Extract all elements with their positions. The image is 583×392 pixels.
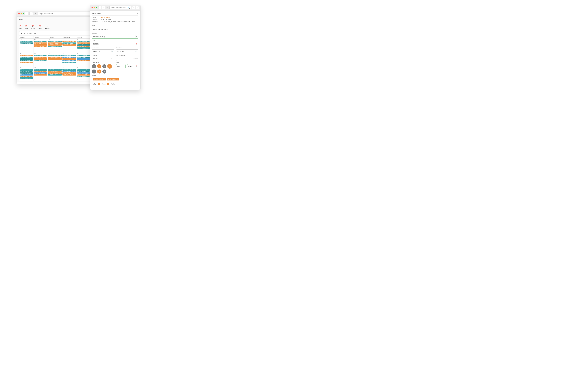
- calendar-event[interactable]: 9:00 AMWindows cl…⟳: [20, 42, 33, 44]
- calendar-event[interactable]: 7:00 AMEveryday S…⟳: [63, 55, 76, 56]
- calendar-event[interactable]: 7:00 AMSupplies deliv…⟳: [63, 41, 76, 42]
- day-cell[interactable]: 107:00 AMEveryday S…⟳9:00 AMNeed Suga…⟳2…: [48, 38, 62, 53]
- day-cell[interactable]: 267:00 AMEveryday S…⟳9:00 AMWindows cl…⟳…: [76, 67, 91, 81]
- calendar-event[interactable]: 7:00 AMEveryday S…⟳: [63, 69, 76, 70]
- calendar-event[interactable]: 7:00 PMRemove snow…⟳: [63, 60, 76, 61]
- day-cell[interactable]: 257:00 AMEveryday S…⟳9:00 AMRemove sn…⟳1…: [62, 67, 76, 81]
- day-cell[interactable]: 117:00 AMSupplies deliv…⟳9:00 AMEveryday…: [62, 38, 76, 53]
- calendar-event[interactable]: 10:00 AMSugar tubes (…⟳: [34, 44, 48, 46]
- calendar-event[interactable]: 2:00 PMNeed 2000 …⟳: [63, 74, 76, 76]
- calendar-event[interactable]: 9:00 AMNeed Suga…⟳: [48, 71, 62, 72]
- minimize-dot-icon[interactable]: [21, 13, 22, 14]
- day-cell[interactable]: 247:00 AMEveryday S…⟳9:00 AMNeed Suga…⟳2…: [48, 67, 62, 81]
- calendar-event[interactable]: 9:00 AMRemove sn…⟳: [20, 74, 33, 76]
- day-toggle[interactable]: W: [108, 64, 112, 68]
- calendar-event[interactable]: 9:00 AMWindows cl…⟳: [20, 60, 33, 61]
- calendar-event[interactable]: 7:00 AMEveryday S…⟳: [48, 69, 62, 70]
- calendar-event[interactable]: 2:00 PMNeed 2000 …⟳: [48, 72, 62, 74]
- calendar-event[interactable]: 9:00 AMCups and S…⟳: [34, 71, 48, 72]
- calendar-event[interactable]: 9:00 AMWindows cl…⟳: [77, 57, 90, 58]
- calendar-icon[interactable]: 📅: [135, 42, 138, 46]
- step-down-icon[interactable]: ▾: [130, 57, 132, 59]
- calendar-event[interactable]: 2:00 PMNeed 2000 …⟳: [48, 58, 62, 60]
- calendar-event[interactable]: 8:00 PMWaste Rem…⟳: [77, 76, 90, 77]
- day-cell[interactable]: 167:00 AMEveryday S…⟳9:00 AMCups and S…⟳…: [34, 53, 48, 67]
- maximize-dot-icon[interactable]: [23, 13, 24, 14]
- step-up-icon[interactable]: ▴: [130, 59, 132, 60]
- minimize-dot-icon[interactable]: [94, 7, 95, 8]
- calendar-event[interactable]: 7:00 AMEveryday S…⟳: [20, 69, 33, 70]
- day-cell[interactable]: 127:00 AMEveryday S…⟳8:00 AMWhite Lids F…: [76, 38, 91, 53]
- calendar-event[interactable]: 10:00 AMStraws (x6…⟳: [34, 74, 48, 76]
- repeat-every-stepper[interactable]: 1 ▾▴: [116, 57, 132, 61]
- close-dot-icon[interactable]: [18, 13, 20, 14]
- calendar-event[interactable]: 10:00 AMRemove sn…⟳: [77, 58, 90, 60]
- calendar-event[interactable]: 8:00 AMWhite Lids Fo…⟳: [77, 42, 90, 44]
- calendar-event[interactable]: 2:00 PMNeed 2000 …⟳: [77, 74, 90, 76]
- tab-week[interactable]: 📅Week: [25, 25, 28, 29]
- calendar-event[interactable]: 9:00 AMRemove sn…⟳: [77, 72, 90, 74]
- calendar-event[interactable]: 7:00 AMEveryday S…⟳: [48, 55, 62, 56]
- menu-button[interactable]: ≡: [136, 6, 139, 9]
- tab-agenda[interactable]: 📅Agenda: [38, 25, 42, 29]
- team-input[interactable]: Amelia Lavoie×Oliver Wilson×: [92, 77, 138, 81]
- new-tab-button[interactable]: +: [34, 12, 37, 15]
- next-month-button[interactable]: ▶: [24, 33, 25, 34]
- calendar-event[interactable]: 2:00 PMNeed 2000 …⟳: [34, 46, 48, 47]
- day-toggle[interactable]: T: [92, 70, 96, 74]
- team-tag[interactable]: Oliver Wilson×: [107, 78, 119, 80]
- service-select[interactable]: Window Cleaning ▾: [92, 35, 138, 38]
- calendar-event[interactable]: 7:00 AMRemove sn…⟳: [63, 57, 76, 58]
- day-toggle[interactable]: S: [102, 70, 106, 74]
- calendar-event[interactable]: 8:00 AMCafe Deep …⟳: [20, 58, 33, 60]
- calendar-event[interactable]: 2:00 PMNeed 2000 …⟳: [77, 60, 90, 61]
- calendar-event[interactable]: 8:00 PMWaste Rem…⟳: [63, 62, 76, 63]
- calendar-event[interactable]: 7:00 AMEveryday S…⟳: [48, 41, 62, 42]
- calendar-event[interactable]: 9:00 AMNeed 2000 …⟳: [63, 44, 76, 46]
- day-cell[interactable]: 097:00 AMEveryday S…⟳9:00 AMCups and S…⟳…: [34, 38, 48, 53]
- forward-button[interactable]: ›: [30, 12, 33, 15]
- end-date-input[interactable]: 2/24/2… 📅: [127, 64, 138, 68]
- title-input[interactable]: [92, 27, 138, 31]
- calendar-event[interactable]: 11:00 AMNeed 2000 …⟳: [63, 58, 76, 60]
- start-time-input[interactable]: 09:00 AM 🕘: [92, 50, 114, 53]
- day-toggle[interactable]: S: [92, 64, 96, 68]
- calendar-event[interactable]: 8:00 AMCafe Deep …⟳: [20, 71, 33, 72]
- calendar-event[interactable]: 9:00 AMCups and S…⟳: [34, 57, 48, 58]
- calendar-event[interactable]: 9:00 AMCups and S…⟳: [34, 42, 48, 44]
- tab-day[interactable]: 📅Day: [19, 25, 22, 29]
- chevron-down-icon[interactable]: ▼: [38, 33, 39, 34]
- calendar-event[interactable]: 9:00 AMEveryday S…⟳: [63, 42, 76, 44]
- close-dot-icon[interactable]: [92, 7, 93, 8]
- calendar-event[interactable]: 8:00 PMWaste Rem…⟳: [48, 46, 62, 47]
- day-cell[interactable]: 187:00 AMEveryday S…⟳7:00 AMRemove sn…⟳1…: [62, 53, 76, 67]
- day-toggle[interactable]: M: [97, 64, 101, 68]
- date-input[interactable]: 1/18/2023: [92, 42, 135, 46]
- day-cell[interactable]: 157:00 AMCreamer test; …⟳7:00 AMEveryday…: [19, 53, 34, 67]
- day-toggle[interactable]: F: [97, 70, 101, 74]
- back-button[interactable]: ‹: [98, 6, 101, 9]
- url-bar[interactable]: https://servicedeck.io/ 🔍: [110, 6, 132, 9]
- forward-button[interactable]: ›: [102, 6, 105, 9]
- favorite-button[interactable]: ☆: [132, 6, 135, 9]
- tab-month[interactable]: 📅Month: [31, 25, 35, 29]
- calendar-event[interactable]: 7:00 AMEveryday S…⟳: [34, 69, 48, 70]
- calendar-event[interactable]: 7:00 AMEveryday S…⟳: [20, 57, 33, 58]
- calendar-event[interactable]: 9:00 AMNeed Suga…⟳: [48, 42, 62, 44]
- remove-tag-icon[interactable]: ×: [104, 78, 105, 80]
- calendar-event[interactable]: 9:00 AMWindows cl…⟳: [77, 71, 90, 72]
- calendar-event[interactable]: 9:00 AMWindows cl…⟳: [77, 44, 90, 46]
- calendar-event[interactable]: 2:00 PMNeed 2000 …⟳: [20, 62, 33, 63]
- calendar-event[interactable]: 9:00 AMNeed Suga…⟳: [48, 57, 62, 58]
- notify-workers-checkbox[interactable]: ✓: [107, 83, 109, 85]
- calendar-event[interactable]: 9:00 AMRemove sn…⟳: [63, 71, 76, 72]
- day-cell[interactable]: 087:00 AMEveryday S…⟳9:00 AMWindows cl…⟳: [19, 38, 34, 53]
- day-cell[interactable]: 237:00 AMEveryday S…⟳9:00 AMCups and S…⟳…: [34, 67, 48, 81]
- calendar-event[interactable]: 7:00 AMEveryday S…⟳: [77, 41, 90, 42]
- client-link[interactable]: Harper Martin: [101, 17, 138, 18]
- calendar-icon[interactable]: 📅: [135, 64, 138, 68]
- calendar-event[interactable]: 9:00 AMWindows cl…⟳: [20, 72, 33, 74]
- prev-month-button[interactable]: ◀: [21, 33, 22, 34]
- calendar-event[interactable]: 2:00 PMNeed 2000 …⟳: [20, 76, 33, 77]
- team-tag[interactable]: Amelia Lavoie×: [93, 78, 106, 80]
